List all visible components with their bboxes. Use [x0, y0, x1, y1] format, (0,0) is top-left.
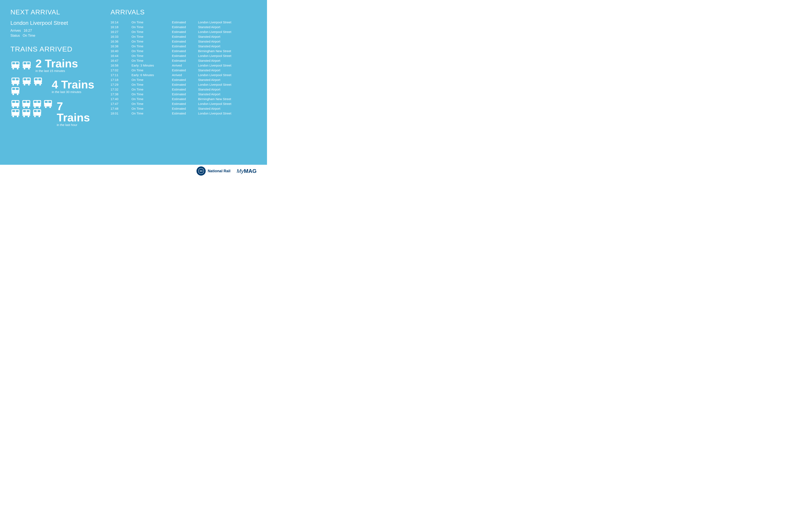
arrival-destination: Stansted Airport	[198, 44, 256, 49]
arrival-destination: London Liverpool Street	[198, 111, 256, 116]
train-icons-4	[11, 77, 48, 95]
svg-point-41	[17, 106, 19, 108]
arrival-time: 16:18	[111, 25, 132, 30]
arrival-time: 17:18	[111, 77, 132, 82]
svg-point-28	[35, 84, 37, 86]
arrival-time: 16:27	[111, 30, 132, 34]
arrival-destination: Stansted Airport	[198, 77, 256, 82]
arrives-row: Arrives 16:27	[11, 29, 98, 33]
arrival-status: On Time	[132, 111, 172, 116]
svg-point-70	[23, 116, 25, 117]
arrival-row: 16:18On TimeEstimatedStansted Airport	[111, 25, 256, 30]
svg-point-79	[201, 170, 202, 172]
arrival-status: Early: 3 Minutes	[132, 63, 172, 68]
arrival-status: On Time	[132, 82, 172, 87]
svg-rect-45	[22, 105, 30, 107]
arrival-destination: Stansted Airport	[198, 68, 256, 73]
arrival-destination: London Liverpool Street	[198, 63, 256, 68]
arrival-status: On Time	[132, 68, 172, 73]
arrival-type: Arrived	[172, 63, 198, 68]
svg-point-4	[13, 68, 14, 70]
svg-rect-62	[16, 110, 19, 112]
arrival-destination: London Liverpool Street	[198, 30, 256, 34]
arrival-row: 17:47On TimeEstimatedLondon Liverpool St…	[111, 101, 256, 106]
train-count-row-1hr: 7 Trains in the last hour	[11, 100, 98, 127]
station-name: London Liverpool Street	[11, 20, 98, 26]
national-rail-logo: National Rail	[196, 166, 230, 176]
svg-rect-33	[12, 92, 19, 94]
arrivals-table: 16:14On TimeEstimatedLondon Liverpool St…	[111, 20, 256, 116]
svg-rect-32	[16, 88, 19, 90]
svg-point-16	[13, 84, 14, 86]
arrival-time: 16:40	[111, 49, 132, 53]
svg-rect-38	[16, 101, 19, 103]
arrival-type: Estimated	[172, 111, 198, 116]
arrival-type: Estimated	[172, 68, 198, 73]
svg-point-59	[50, 106, 51, 108]
svg-rect-39	[12, 105, 19, 107]
svg-rect-50	[38, 101, 40, 103]
arrives-time: 16:27	[23, 29, 32, 32]
arrival-row: 17:48On TimeEstimatedStansted Airport	[111, 106, 256, 111]
arrival-type: Estimated	[172, 20, 198, 25]
arrival-time: 16:38	[111, 44, 132, 49]
arrival-row: 17:32On TimeEstimatedStansted Airport	[111, 87, 256, 92]
svg-rect-15	[12, 83, 19, 84]
status-row: Status On Time	[11, 34, 98, 38]
train-count-row-15min: 2 Trains in the last 15 minutes	[11, 58, 98, 73]
arrival-type: Estimated	[172, 30, 198, 34]
arrival-type: Estimated	[172, 58, 198, 63]
svg-rect-63	[12, 114, 19, 116]
svg-point-53	[39, 106, 40, 108]
arrival-status: On Time	[132, 39, 172, 44]
arrival-type: Arrived	[172, 73, 198, 77]
arrival-destination: Stansted Airport	[198, 39, 256, 44]
trains-arrived-title: TRAINS ARRIVED	[11, 45, 98, 53]
arrival-time: 17:47	[111, 101, 132, 106]
arrival-type: Estimated	[172, 25, 198, 30]
left-panel: NEXT ARRIVAL London Liverpool Street Arr…	[11, 8, 98, 158]
svg-point-64	[13, 116, 14, 117]
arrival-type: Estimated	[172, 82, 198, 87]
train-icon	[22, 77, 32, 86]
arrival-time: 16:44	[111, 53, 132, 58]
status-value: On Time	[23, 34, 35, 37]
arrival-time: 17:29	[111, 82, 132, 87]
arrival-time: 16:47	[111, 58, 132, 63]
svg-point-52	[34, 106, 36, 108]
train-icon	[11, 109, 20, 117]
svg-rect-25	[35, 78, 38, 80]
train-icon	[11, 87, 20, 95]
mymag-mag: MAG	[244, 168, 256, 174]
svg-rect-43	[23, 101, 26, 103]
svg-rect-61	[12, 110, 15, 112]
arrival-time: 17:32	[111, 87, 132, 92]
arrival-time: 17:38	[111, 92, 132, 97]
arrives-label: Arrives	[11, 29, 21, 32]
svg-rect-56	[49, 101, 51, 103]
svg-point-29	[39, 84, 41, 86]
arrival-row: 16:33On TimeEstimatedStansted Airport	[111, 34, 256, 39]
train-count-text-15min: 2 Trains in the last 15 minutes	[36, 58, 78, 73]
train-icon	[32, 100, 42, 108]
arrival-type: Estimated	[172, 101, 198, 106]
svg-point-58	[45, 106, 47, 108]
arrival-time: 18:01	[111, 111, 132, 116]
arrival-type: Estimated	[172, 44, 198, 49]
svg-rect-26	[38, 78, 41, 80]
arrival-status: On Time	[132, 30, 172, 34]
arrival-status: On Time	[132, 34, 172, 39]
arrival-destination: London Liverpool Street	[198, 101, 256, 106]
arrival-type: Estimated	[172, 106, 198, 111]
svg-point-40	[13, 106, 14, 108]
arrival-type: Estimated	[172, 92, 198, 97]
arrival-status: On Time	[132, 25, 172, 30]
svg-rect-27	[34, 83, 42, 84]
main-background: NEXT ARRIVAL London Liverpool Street Arr…	[0, 0, 267, 165]
arrival-status: On Time	[132, 49, 172, 53]
svg-point-10	[24, 68, 25, 70]
svg-rect-9	[23, 66, 31, 68]
svg-point-5	[17, 68, 19, 70]
train-icon	[21, 109, 31, 117]
arrival-row: 16:44On TimeEstimatedLondon Liverpool St…	[111, 53, 256, 58]
